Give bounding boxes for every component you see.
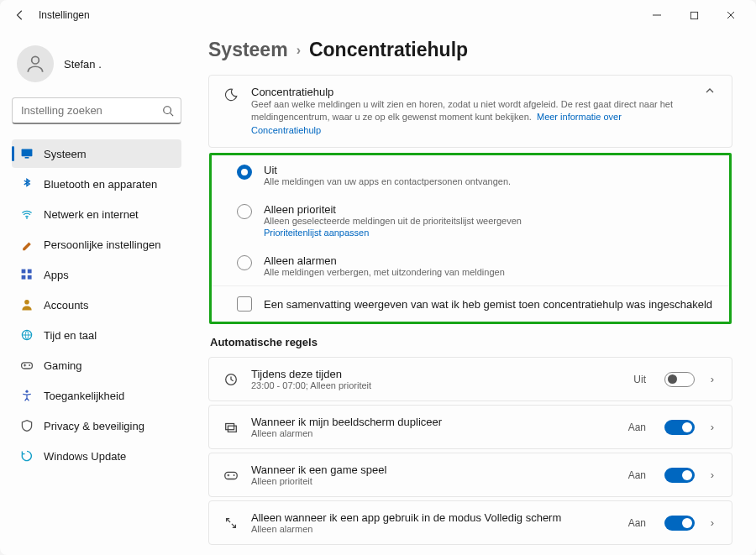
- svg-rect-16: [226, 423, 234, 429]
- chevron-right-icon: ›: [706, 469, 718, 481]
- bluetooth-icon: [20, 177, 34, 191]
- svg-rect-3: [22, 149, 33, 156]
- svg-rect-18: [225, 472, 237, 479]
- update-icon: [20, 449, 34, 463]
- sidebar-item-label: Privacy & beveiliging: [44, 420, 144, 432]
- rule-title: Tijdens deze tijden: [251, 368, 622, 380]
- sidebar-item-windows-update[interactable]: Windows Update: [12, 442, 181, 470]
- sidebar-item-tijd-en-taal[interactable]: Tijd en taal: [12, 321, 181, 349]
- svg-rect-4: [25, 157, 29, 159]
- radio-button[interactable]: [237, 255, 252, 270]
- sidebar-item-apps[interactable]: Apps: [12, 260, 181, 289]
- radio-button[interactable]: [237, 165, 252, 180]
- sidebar-item-label: Apps: [44, 269, 69, 281]
- rule-duplicate[interactable]: Wanneer ik mijn beeldscherm dupliceer Al…: [208, 405, 732, 449]
- svg-rect-7: [28, 270, 32, 274]
- toggle-switch[interactable]: [664, 420, 695, 435]
- summary-checkbox-row[interactable]: Een samenvatting weergeven van wat ik he…: [212, 285, 729, 322]
- focus-assist-expander[interactable]: Concentratiehulp Geef aan welke meldinge…: [209, 76, 732, 147]
- sidebar-item-accounts[interactable]: Accounts: [12, 291, 181, 319]
- svg-point-1: [32, 56, 39, 64]
- rule-state: Aan: [628, 469, 646, 481]
- page-title: Concentratiehulp: [309, 39, 468, 61]
- window-title: Instellingen: [39, 9, 90, 21]
- breadcrumb: Systeem › Concentratiehulp: [208, 39, 732, 61]
- sidebar-item-label: Windows Update: [44, 450, 126, 463]
- close-button[interactable]: [712, 2, 749, 29]
- sidebar-item-privacy-beveiliging[interactable]: Privacy & beveiliging: [12, 411, 181, 440]
- focus-option-0[interactable]: Uit Alle meldingen van uw apps en contac…: [212, 155, 729, 195]
- wifi-icon: [20, 207, 34, 221]
- back-button[interactable]: [7, 2, 34, 29]
- gaming-icon: [20, 359, 34, 372]
- svg-point-10: [24, 300, 29, 305]
- maximize-button[interactable]: [675, 2, 712, 29]
- svg-point-2: [164, 106, 171, 113]
- rule-subtitle: 23:00 - 07:00; Alleen prioriteit: [251, 380, 622, 390]
- game-icon: [223, 468, 239, 483]
- expander-subtitle: Geef aan welke meldingen u wilt zien en …: [251, 98, 690, 137]
- globe-icon: [20, 328, 34, 342]
- svg-point-5: [26, 217, 28, 219]
- profile-name: Stefan .: [64, 58, 102, 71]
- svg-rect-6: [22, 270, 26, 274]
- person-icon: [20, 298, 34, 312]
- search-input[interactable]: [21, 104, 162, 117]
- sidebar-item-label: Toegankelijkheid: [44, 390, 124, 402]
- rule-title: Wanneer ik een game speel: [251, 463, 617, 476]
- apps-icon: [20, 268, 34, 281]
- chevron-right-icon: ›: [297, 43, 301, 58]
- rule-state: Aan: [628, 421, 646, 433]
- minimize-button[interactable]: [638, 2, 675, 29]
- rule-subtitle: Alleen alarmen: [251, 428, 617, 438]
- option-title: Uit: [264, 164, 714, 176]
- shield-icon: [20, 419, 34, 432]
- checkbox[interactable]: [237, 296, 252, 312]
- option-title: Alleen prioriteit: [264, 203, 714, 216]
- moon-icon: [223, 86, 239, 102]
- rule-clock[interactable]: Tijdens deze tijden 23:00 - 07:00; Allee…: [208, 357, 732, 401]
- sidebar-item-persoonlijke-instellingen[interactable]: Persoonlijke instellingen: [12, 230, 181, 259]
- sidebar-item-label: Gaming: [44, 359, 82, 372]
- brush-icon: [20, 238, 34, 251]
- toggle-switch[interactable]: [664, 516, 695, 531]
- radio-button[interactable]: [237, 204, 252, 219]
- sidebar-item-toegankelijkheid[interactable]: Toegankelijkheid: [12, 381, 181, 410]
- rule-subtitle: Alleen prioriteit: [251, 476, 617, 486]
- svg-rect-0: [690, 12, 697, 18]
- sidebar-item-label: Tijd en taal: [44, 329, 97, 342]
- rule-fullscreen[interactable]: Alleen wanneer ik een app gebruik in de …: [208, 500, 732, 545]
- sidebar-item-systeem[interactable]: Systeem: [12, 139, 181, 168]
- fullscreen-icon: [223, 516, 239, 531]
- toggle-switch[interactable]: [664, 468, 695, 483]
- search-icon: [162, 105, 174, 117]
- option-title: Alleen alarmen: [264, 254, 714, 267]
- sidebar-item-label: Systeem: [44, 148, 87, 160]
- focus-option-2[interactable]: Alleen alarmen Alle meldingen verbergen,…: [212, 246, 729, 285]
- sidebar-item-bluetooth-en-apparaten[interactable]: Bluetooth en apparaten: [12, 170, 181, 198]
- sidebar-item-label: Persoonlijke instellingen: [44, 238, 160, 251]
- svg-rect-17: [228, 426, 236, 432]
- svg-rect-9: [28, 275, 32, 280]
- chevron-right-icon: ›: [706, 421, 718, 433]
- sidebar-item-netwerk-en-internet[interactable]: Netwerk en internet: [12, 200, 181, 228]
- avatar: [17, 45, 54, 82]
- checkbox-label: Een samenvatting weergeven van wat ik he…: [264, 298, 712, 311]
- breadcrumb-parent[interactable]: Systeem: [208, 39, 288, 61]
- accessibility-icon: [20, 389, 34, 402]
- svg-rect-8: [22, 275, 26, 280]
- rules-header: Automatische regels: [210, 336, 732, 348]
- rule-game[interactable]: Wanneer ik een game speel Alleen priorit…: [208, 453, 732, 497]
- profile[interactable]: Stefan .: [12, 37, 181, 97]
- sidebar-item-gaming[interactable]: Gaming: [12, 351, 181, 380]
- option-subtitle: Alle meldingen verbergen, met uitzonderi…: [264, 267, 714, 277]
- priority-list-link[interactable]: Prioriteitenlijst aanpassen: [264, 228, 714, 238]
- monitor-icon: [20, 147, 34, 160]
- chevron-up-icon: [701, 86, 718, 96]
- search-box[interactable]: [12, 97, 181, 124]
- focus-option-1[interactable]: Alleen prioriteit Alleen geselecteerde m…: [212, 195, 729, 246]
- expander-title: Concentratiehulp: [251, 86, 690, 98]
- option-subtitle: Alle meldingen van uw apps en contactper…: [264, 176, 714, 186]
- svg-point-19: [234, 474, 235, 476]
- toggle-switch[interactable]: [664, 372, 695, 387]
